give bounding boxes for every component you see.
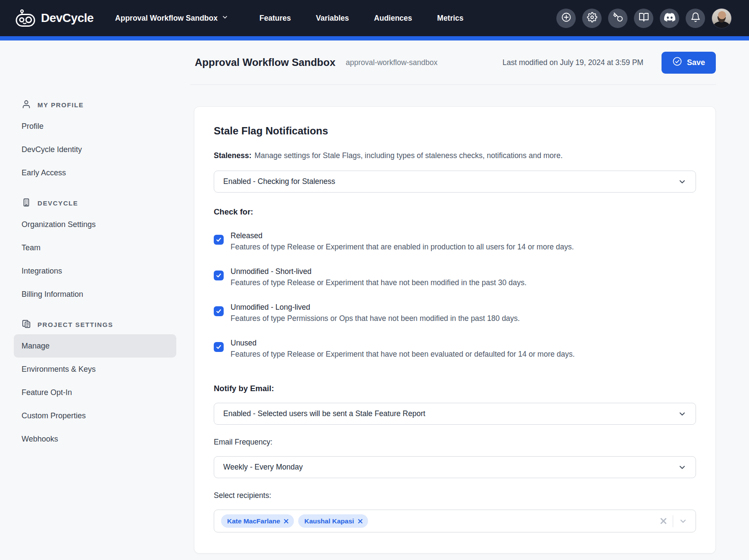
recipient-chips: Kate MacFarlane Kaushal Kapasi [221, 514, 368, 528]
staleness-select[interactable]: Enabled - Checking for Staleness [214, 171, 696, 193]
staleness-description: Staleness:Manage settings for Stale Flag… [214, 150, 696, 161]
sidebar-item-label: Integrations [22, 267, 62, 276]
clear-all-icon[interactable] [660, 517, 667, 525]
settings-button[interactable] [582, 9, 602, 28]
gear-icon [587, 12, 597, 24]
remove-recipient-icon[interactable] [358, 519, 363, 524]
chevron-down-icon [678, 410, 687, 418]
save-button[interactable]: Save [662, 52, 716, 74]
sidebar-item-label: DevCycle Identity [22, 145, 82, 154]
user-avatar[interactable] [712, 8, 732, 28]
api-keys-button[interactable] [608, 9, 627, 28]
check-desc: Features of type Release or Experiment t… [231, 277, 527, 288]
chevron-down-icon [678, 463, 687, 472]
multiselect-controls [660, 515, 687, 527]
settings-sidebar: MY PROFILE Profile DevCycle Identity Ear… [0, 40, 190, 560]
last-modified-text: Last modified on July 19, 2024 at 3:59 P… [502, 58, 643, 67]
bell-icon [690, 12, 701, 24]
recipient-name: Kate MacFarlane [227, 517, 280, 525]
sidebar-item-organization-settings[interactable]: Organization Settings [14, 213, 176, 236]
staleness-desc-text: Manage settings for Stale Flags, includi… [255, 151, 563, 160]
sidebar-item-early-access[interactable]: Early Access [14, 161, 176, 184]
nav-link-features[interactable]: Features [259, 14, 291, 23]
email-frequency-select[interactable]: Weekly - Every Monday [214, 456, 696, 478]
divider [673, 515, 673, 527]
sidebar-item-manage[interactable]: Manage [14, 334, 176, 358]
sidebar-item-label: Organization Settings [22, 220, 96, 229]
unused-checkbox[interactable] [214, 342, 224, 352]
check-row-released: Released Features of type Release or Exp… [214, 230, 696, 252]
recipient-chip: Kaushal Kapasi [298, 514, 368, 528]
navbar-icon-group [556, 8, 732, 28]
devcycle-logo[interactable]: DevCycle [16, 9, 94, 27]
project-selector-dropdown[interactable]: Approval Workflow Sandbox [115, 14, 228, 23]
sidebar-item-label: Team [22, 243, 41, 252]
sidebar-item-team[interactable]: Team [14, 236, 176, 259]
section-label: DEVCYCLE [37, 199, 78, 207]
nav-link-variables[interactable]: Variables [316, 14, 349, 23]
recipients-multiselect[interactable]: Kate MacFarlane Kaushal Kapasi [214, 510, 696, 532]
key-icon [613, 12, 623, 24]
sidebar-item-label: Feature Opt-In [22, 388, 72, 397]
sidebar-item-devcycle-identity[interactable]: DevCycle Identity [14, 138, 176, 161]
check-for-label: Check for: [214, 207, 696, 217]
sidebar-item-custom-properties[interactable]: Custom Properties [14, 404, 176, 427]
plus-circle-icon [561, 12, 571, 24]
sidebar-section-devcycle: DEVCYCLE Organization Settings Team Inte… [22, 193, 190, 306]
select-recipients-label: Select recipients: [214, 491, 696, 500]
notify-select-value: Enabled - Selected users will be sent a … [223, 409, 425, 418]
book-open-icon [639, 12, 649, 24]
check-row-unmodified-short: Unmodified - Short-lived Features of typ… [214, 266, 696, 288]
discord-button[interactable] [660, 9, 679, 28]
notifications-button[interactable] [686, 9, 705, 28]
sidebar-section-header: MY PROFILE [22, 95, 190, 115]
chevron-down-icon [678, 177, 687, 186]
staleness-select-value: Enabled - Checking for Staleness [223, 177, 335, 186]
recipient-chip: Kate MacFarlane [221, 514, 294, 528]
sidebar-item-environments-keys[interactable]: Environments & Keys [14, 358, 176, 381]
remove-recipient-icon[interactable] [284, 519, 289, 524]
released-checkbox[interactable] [214, 235, 224, 245]
check-circle-icon [672, 56, 682, 68]
notify-by-email-select[interactable]: Enabled - Selected users will be sent a … [214, 403, 696, 425]
check-row-unmodified-long: Unmodified - Long-lived Features of type… [214, 302, 696, 324]
stale-flag-notifications-card: Stale Flag Notifications Staleness:Manag… [194, 106, 716, 554]
page-header: Approval Workflow Sandbox approval-workf… [190, 40, 716, 85]
sidebar-item-feature-opt-in[interactable]: Feature Opt-In [14, 381, 176, 404]
section-label: MY PROFILE [37, 101, 84, 109]
sidebar-item-label: Early Access [22, 168, 66, 177]
clipboard-icon [22, 319, 31, 330]
sidebar-item-label: Profile [22, 122, 44, 131]
sidebar-item-label: Webhooks [22, 435, 58, 444]
top-navbar: DevCycle Approval Workflow Sandbox Featu… [0, 0, 749, 36]
main-nav: Features Variables Audiences Metrics [259, 14, 464, 23]
user-icon [22, 100, 31, 110]
sidebar-item-billing-information[interactable]: Billing Information [14, 283, 176, 306]
chevron-down-icon[interactable] [679, 517, 687, 526]
staleness-label: Staleness: [214, 151, 252, 160]
check-row-unused: Unused Features of type Release or Exper… [214, 337, 696, 360]
unmodified-short-checkbox[interactable] [214, 271, 224, 280]
documentation-button[interactable] [634, 9, 653, 28]
notify-by-email-label: Notify by Email: [214, 384, 696, 393]
check-desc: Features of type Release or Experiment t… [231, 241, 574, 252]
nav-link-audiences[interactable]: Audiences [374, 14, 412, 23]
devcycle-settings-page: DevCycle Approval Workflow Sandbox Featu… [0, 0, 749, 560]
sidebar-item-label: Environments & Keys [22, 365, 96, 374]
sidebar-item-label: Manage [22, 342, 50, 351]
check-label: Released [231, 230, 574, 241]
add-new-button[interactable] [556, 9, 576, 28]
save-button-label: Save [687, 58, 705, 67]
page-title: Approval Workflow Sandbox [195, 56, 335, 68]
check-label: Unused [231, 337, 575, 348]
robot-logo-icon [16, 9, 35, 27]
project-slug: approval-workflow-sandbox [346, 58, 437, 67]
project-selector-label: Approval Workflow Sandbox [115, 14, 218, 23]
brand-wordmark: DevCycle [41, 11, 94, 25]
unmodified-long-checkbox[interactable] [214, 306, 224, 316]
sidebar-item-integrations[interactable]: Integrations [14, 259, 176, 283]
sidebar-item-profile[interactable]: Profile [14, 115, 176, 138]
nav-link-metrics[interactable]: Metrics [437, 14, 463, 23]
sidebar-item-webhooks[interactable]: Webhooks [14, 427, 176, 451]
frequency-select-value: Weekly - Every Monday [223, 463, 303, 472]
